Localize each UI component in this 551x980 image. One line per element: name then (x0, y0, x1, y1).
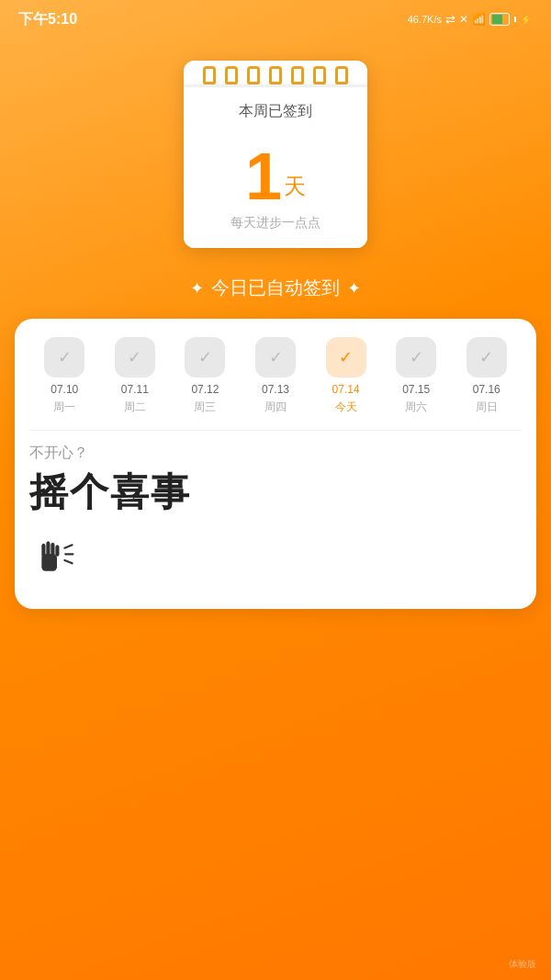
day-grid: ✓ 07.10 周一 ✓ 07.11 周二 ✓ 07.12 周三 ✓ 07.13 (29, 337, 522, 415)
days-unit: 天 (284, 174, 306, 198)
day-date-today: 07.14 (332, 383, 360, 396)
calendar-card: 本周已签到 1天 每天进步一点点 (184, 61, 367, 248)
battery-indicator (489, 13, 510, 26)
day-circle-mon: ✓ (44, 337, 84, 377)
day-circle-today: ✓ (326, 337, 366, 377)
ring-4 (269, 66, 282, 84)
check-icon-sat: ✓ (410, 347, 423, 367)
day-week-today: 今天 (335, 400, 357, 415)
status-icons: 46.7K/s ⇄ ✕ 📶 ⚡ (408, 13, 533, 27)
day-item-wed: ✓ 07.12 周三 (170, 337, 241, 415)
watermark: 体验版 (509, 958, 536, 971)
calendar-section: 本周已签到 1天 每天进步一点点 (0, 61, 551, 248)
svg-rect-1 (41, 544, 45, 558)
card-divider (29, 430, 522, 431)
check-icon-thu: ✓ (269, 347, 283, 367)
sparkle-right-icon: ✦ (347, 278, 361, 299)
ring-7 (335, 66, 348, 84)
day-week-sat: 周六 (405, 400, 427, 415)
ring-1 (203, 66, 216, 84)
svg-rect-4 (55, 545, 59, 557)
calendar-body: 1天 每天进步一点点 (184, 130, 367, 248)
svg-rect-2 (46, 541, 50, 557)
day-item-thu: ✓ 07.13 周四 (241, 337, 311, 415)
signal-icon: ✕ (459, 13, 468, 26)
auto-sign-notice: ✦ 今日已自动签到 ✦ (0, 276, 551, 300)
check-icon-wed: ✓ (198, 347, 212, 367)
day-date-wed: 07.12 (191, 383, 219, 396)
day-date-thu: 07.13 (262, 383, 289, 396)
check-icon-today: ✓ (339, 347, 353, 367)
auto-sign-text: 今日已自动签到 (211, 276, 340, 300)
check-icon-sun: ✓ (479, 347, 493, 367)
day-week-thu: 周四 (264, 400, 287, 415)
mood-action: 摇个喜事 (29, 467, 522, 518)
calendar-header: 本周已签到 (184, 95, 367, 130)
day-circle-wed: ✓ (185, 337, 225, 377)
battery-tip (514, 17, 516, 22)
day-item-today: ✓ 07.14 今天 (310, 337, 381, 415)
sync-icon: ⇄ (445, 13, 455, 27)
ring-5 (291, 66, 304, 84)
ring-3 (247, 66, 260, 84)
day-week-mon: 周一 (53, 400, 75, 415)
day-circle-thu: ✓ (255, 337, 296, 377)
days-display: 1天 (202, 143, 349, 209)
svg-line-7 (64, 560, 72, 563)
day-circle-sat: ✓ (396, 337, 436, 377)
day-item-sun: ✓ 07.16 周日 (451, 337, 522, 415)
mood-section: 不开心？ 摇个喜事 (29, 444, 522, 587)
day-week-wed: 周三 (194, 400, 216, 415)
calendar-divider (184, 84, 367, 87)
status-time: 下午5:10 (18, 10, 77, 29)
wifi-icon: 📶 (472, 13, 486, 26)
day-date-sun: 07.16 (473, 383, 500, 396)
ring-2 (225, 66, 238, 84)
charging-icon: ⚡ (520, 14, 533, 26)
days-subtitle: 每天进步一点点 (202, 215, 349, 231)
svg-line-5 (64, 545, 72, 547)
days-count: 1 (245, 140, 282, 213)
check-icon-mon: ✓ (58, 347, 72, 367)
sparkle-left-icon: ✦ (190, 278, 204, 299)
calendar-title: 本周已签到 (239, 103, 312, 118)
day-date-sat: 07.15 (402, 383, 430, 396)
status-bar: 下午5:10 46.7K/s ⇄ ✕ 📶 ⚡ (0, 0, 551, 33)
day-date-tue: 07.11 (121, 383, 149, 396)
weekly-card: ✓ 07.10 周一 ✓ 07.11 周二 ✓ 07.12 周三 ✓ 07.13 (15, 319, 536, 609)
day-week-tue: 周二 (124, 400, 146, 415)
mood-question: 不开心？ (29, 444, 522, 463)
day-item-tue: ✓ 07.11 周二 (100, 337, 171, 415)
day-circle-tue: ✓ (115, 337, 155, 377)
day-week-sun: 周日 (476, 400, 498, 415)
shake-hand-icon[interactable] (29, 533, 522, 587)
day-item-sat: ✓ 07.15 周六 (381, 337, 452, 415)
svg-rect-3 (51, 543, 54, 557)
day-item-mon: ✓ 07.10 周一 (29, 337, 100, 415)
day-date-mon: 07.10 (51, 383, 78, 396)
calendar-rings (184, 61, 367, 84)
speed-indicator: 46.7K/s (408, 14, 442, 25)
check-icon-tue: ✓ (128, 347, 141, 367)
day-circle-sun: ✓ (467, 337, 507, 377)
ring-6 (313, 66, 326, 84)
